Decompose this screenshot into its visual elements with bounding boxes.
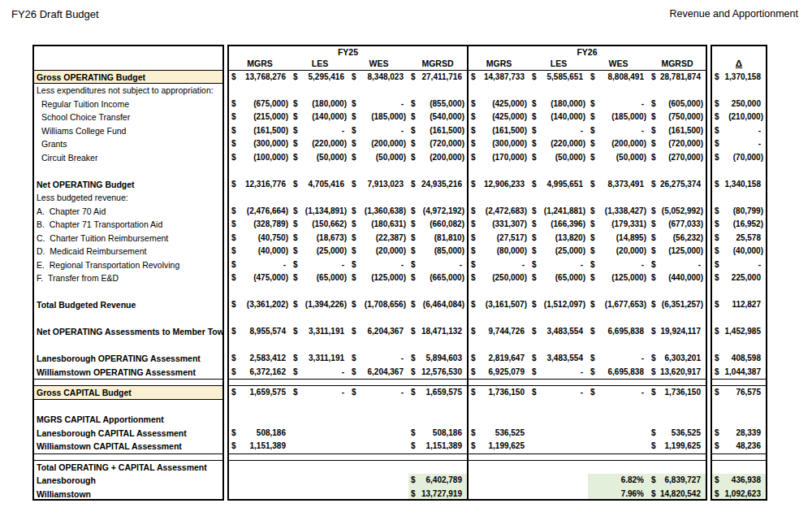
circuit-breaker-fy26-mgrs: $(170,000) — [469, 151, 529, 165]
blank-1-fy25-wes — [349, 164, 408, 178]
less-expenditures-note-fy26-mgrsd — [649, 84, 707, 98]
williamstown-capital-assessment-fy25-mgrs: $1,151,389 — [227, 440, 291, 453]
chapter-70-aid-label: A. Chapter 70 Aid — [32, 205, 224, 219]
fy25-column-header-mgrsd: MGRSD — [408, 57, 469, 71]
delta-column-header: Δ — [710, 57, 767, 71]
grants-fy25-mgrs: $(300,000) — [227, 137, 291, 151]
regional-transportation-revolving-fy25-les: $- — [291, 258, 349, 272]
total-operating-capital-assessment-fy25-les — [291, 461, 349, 475]
circuit-breaker-fy25-mgrsd: $(200,000) — [408, 151, 469, 165]
lanesborough-capital-assessment-fy25-les — [291, 427, 349, 440]
net-operating-assessments-fy25-mgrs: $8,955,574 — [227, 325, 291, 339]
lanesborough-total-fy25-les — [291, 474, 349, 488]
net-operating-assessments-fy25-mgrsd: $18,471,132 — [408, 325, 469, 339]
total-operating-capital-assessment-label: Total OPERATING + CAPITAL Assessment — [32, 461, 224, 475]
less-budgeted-revenue-note-fy26-mgrsd — [649, 191, 707, 205]
circuit-breaker-label: Circuit Breaker — [32, 151, 224, 165]
blank-2-delta — [710, 285, 767, 299]
williamstown-operating-assessment-fy26-mgrs: $6,925,079 — [469, 366, 529, 380]
gross-operating-budget-fy26-mgrsd: $28,781,874 — [649, 71, 707, 85]
spacer-1-cell — [408, 379, 469, 386]
blank-5-fy25-mgrsd — [408, 400, 469, 414]
gross-capital-budget-fy25-les: $- — [291, 386, 349, 400]
regular-tuition-income-fy25-wes: $- — [349, 98, 408, 111]
table-corner-cell — [32, 45, 224, 57]
circuit-breaker-fy25-wes: $(50,000) — [349, 151, 408, 165]
school-choice-transfer-delta: $(210,000) — [710, 111, 767, 124]
fy26-column-header-mgrsd: MGRSD — [649, 57, 707, 71]
blank-5-fy25-les — [291, 400, 349, 414]
lanesborough-total-fy26-wes: 6.82% — [588, 474, 649, 488]
total-budgeted-revenue-delta: $112,827 — [710, 298, 767, 312]
gross-operating-budget-fy26-les: $5,585,651 — [529, 71, 588, 85]
net-operating-budget-fy25-mgrs: $12,316,776 — [227, 178, 291, 192]
williamstown-total-fy26-les — [529, 488, 588, 501]
chapter-71-transportation-aid-fy25-mgrsd: $(660,082) — [408, 218, 469, 232]
williamstown-capital-assessment-fy26-mgrs: $1,199,625 — [469, 440, 529, 453]
circuit-breaker-fy26-mgrsd: $(270,000) — [649, 151, 707, 165]
chapter-70-aid-fy25-mgrsd: $(4,972,192) — [408, 205, 469, 219]
chapter-71-transportation-aid-fy25-mgrs: $(328,789) — [227, 218, 291, 232]
blank-2-fy26-wes — [588, 285, 649, 299]
spacer-2-cell — [529, 453, 588, 461]
total-operating-capital-assessment-delta — [710, 461, 767, 475]
williams-college-fund-fy26-les: $- — [529, 124, 588, 138]
charter-tuition-reimbursement-fy26-mgrs: $(27,517) — [469, 232, 529, 245]
net-operating-assessments-fy26-wes: $6,695,838 — [588, 325, 649, 339]
lanesborough-total-fy26-mgrsd: $6,839,727 — [649, 474, 707, 488]
mgrs-capital-apportionment-fy25-mgrsd — [408, 413, 469, 427]
spacer-1-cell — [291, 379, 349, 386]
williams-college-fund-fy26-wes: $- — [588, 124, 649, 138]
less-budgeted-revenue-note-label: Less budgeted revenue: — [32, 191, 224, 205]
fy25-column-header-les: LES — [291, 57, 349, 71]
blank-3-fy26-mgrsd — [649, 312, 707, 326]
blank-5-label — [32, 400, 224, 414]
williamstown-total-fy25-mgrsd: $13,727,919 — [408, 488, 469, 501]
blank-4-fy25-wes — [349, 339, 408, 353]
spacer-2-cell — [291, 453, 349, 461]
net-operating-assessments-fy25-wes: $6,204,367 — [349, 325, 408, 339]
regional-transportation-revolving-fy26-les: $- — [529, 258, 588, 272]
total-operating-capital-assessment-fy26-les — [529, 461, 588, 475]
less-budgeted-revenue-note-fy25-mgrs — [227, 191, 291, 205]
page-subtitle: Revenue and Apportionment — [670, 8, 798, 20]
mgrs-capital-apportionment-fy26-mgrsd — [649, 413, 707, 427]
transfer-from-ed-fy26-wes: $(125,000) — [588, 271, 649, 285]
regular-tuition-income-fy25-les: $(180,000) — [291, 98, 349, 111]
blank-1-fy26-mgrsd — [649, 164, 707, 178]
grants-fy26-mgrs: $(300,000) — [469, 137, 529, 151]
blank-4-fy26-wes — [588, 339, 649, 353]
mgrs-capital-apportionment-fy25-wes — [349, 413, 408, 427]
blank-3-fy25-mgrsd — [408, 312, 469, 326]
blank-2-fy25-wes — [349, 285, 408, 299]
gross-capital-budget-fy25-wes: $- — [349, 386, 408, 400]
blank-1-fy26-wes — [588, 164, 649, 178]
blank-5-fy26-mgrsd — [649, 400, 707, 414]
blank-3-fy25-mgrs — [227, 312, 291, 326]
regular-tuition-income-fy26-mgrsd: $(605,000) — [649, 98, 707, 111]
blank-5-fy25-wes — [349, 400, 408, 414]
mgrs-capital-apportionment-fy26-les — [529, 413, 588, 427]
lanesborough-operating-assessment-delta: $408,598 — [710, 352, 767, 366]
williamstown-capital-assessment-fy26-wes — [588, 440, 649, 453]
gross-operating-budget-fy26-wes: $8,808,491 — [588, 71, 649, 85]
less-budgeted-revenue-note-fy25-les — [291, 191, 349, 205]
williamstown-operating-assessment-fy26-wes: $6,695,838 — [588, 366, 649, 380]
blank-2-label — [32, 285, 224, 299]
blank-4-fy25-mgrs — [227, 339, 291, 353]
charter-tuition-reimbursement-fy25-les: $(18,673) — [291, 232, 349, 245]
williamstown-operating-assessment-fy25-wes: $6,204,367 — [349, 366, 408, 380]
regular-tuition-income-fy26-les: $(180,000) — [529, 98, 588, 111]
blank-1-fy26-les — [529, 164, 588, 178]
net-operating-budget-fy25-wes: $7,913,023 — [349, 178, 408, 192]
medicaid-reimbursement-fy25-mgrsd: $(85,000) — [408, 245, 469, 258]
blank-1-fy25-mgrs — [227, 164, 291, 178]
williamstown-operating-assessment-fy25-mgrs: $6,372,162 — [227, 366, 291, 380]
charter-tuition-reimbursement-delta: $25,578 — [710, 232, 767, 245]
williamstown-total-fy26-wes: 7.96% — [588, 488, 649, 501]
blank-4-fy25-mgrsd — [408, 339, 469, 353]
chapter-70-aid-fy25-les: $(1,134,891) — [291, 205, 349, 219]
chapter-71-transportation-aid-delta: $(16,952) — [710, 218, 767, 232]
spacer-2-cell — [469, 453, 529, 461]
blank-4-fy25-les — [291, 339, 349, 353]
